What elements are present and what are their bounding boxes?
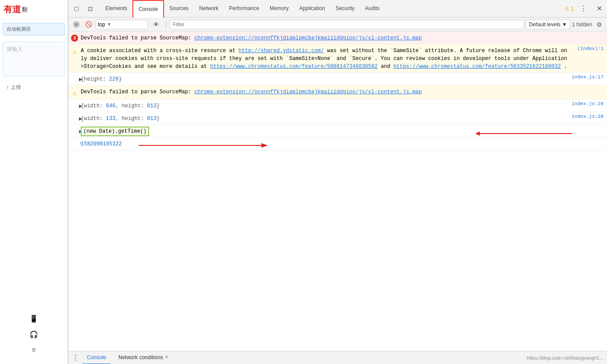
- result-value: 1582098195322: [81, 141, 122, 147]
- console-content-w133: {width: 133, height: 813}: [81, 114, 568, 123]
- logo-suffix: 翻: [22, 6, 28, 14]
- upload-label: 上传: [11, 84, 21, 91]
- warning-icon-sourcemap: ⚠: [68, 87, 81, 97]
- expand-icon-w646[interactable]: ▶: [68, 101, 81, 110]
- context-selector[interactable]: top ▼: [96, 20, 148, 29]
- toolbar-divider: [166, 20, 166, 29]
- expand-icon-height[interactable]: ▶: [68, 74, 81, 83]
- detect-label: 自动检测语: [7, 26, 31, 32]
- warning-badge: ⚠ 1: [564, 6, 574, 12]
- console-settings-button[interactable]: ⚙: [594, 19, 604, 30]
- console-content-input[interactable]: (new Date).getTime(): [81, 127, 603, 135]
- app-detect-bar[interactable]: 自动检测语: [3, 23, 65, 35]
- console-location-w646[interactable]: index.js:28: [568, 101, 603, 106]
- console-location-cookie[interactable]: (index):1: [568, 46, 603, 51]
- toolbar-right-controls: 1 hidden ⚙: [572, 19, 604, 30]
- console-input-highlighted[interactable]: (new Date).getTime(): [81, 127, 149, 136]
- list-icon[interactable]: ≡: [29, 345, 39, 355]
- tab-console[interactable]: Console: [132, 0, 164, 18]
- log-levels-button[interactable]: Default levels ▼: [526, 20, 570, 29]
- tab-elements[interactable]: Elements: [100, 0, 132, 18]
- devtools-close-button[interactable]: ✕: [593, 3, 605, 15]
- log-levels-arrow: ▼: [562, 21, 567, 28]
- devtools-tab-right-controls: ⚠ 1 ⋮ ✕: [564, 3, 605, 15]
- console-row-width133: ▶ {width: 133, height: 813} index.js:28: [68, 112, 607, 125]
- app-logo: 有道 翻: [0, 0, 68, 19]
- ydstatic-link[interactable]: http://shared.ydstatic.com/: [239, 48, 324, 54]
- chromestatus-link-1[interactable]: https://www.chromestatus.com/feature/508…: [210, 64, 378, 70]
- console-row-width646: ▶ {width: 646, height: 813} index.js:28: [68, 99, 607, 112]
- console-content-sourcemap: DevTools failed to parse SourceMap: chro…: [81, 87, 603, 96]
- app-sidebar: 有道 翻 自动检测语 请输入 ↑ 上传 📱 🎧 ≡: [0, 0, 68, 364]
- console-location-height[interactable]: index.js:17: [568, 74, 603, 80]
- logo-chinese: 有道: [4, 4, 21, 15]
- headphone-icon[interactable]: 🎧: [29, 329, 39, 339]
- bottom-tab-network-conditions[interactable]: Network conditions ✕: [114, 351, 173, 364]
- context-selector-value: top: [98, 21, 105, 28]
- expand-icon-w133[interactable]: ▶: [68, 114, 81, 122]
- log-levels-label: Default levels: [529, 21, 561, 28]
- console-content-height: {height: 226}: [81, 74, 568, 83]
- devtools-menu-button[interactable]: ⋮: [577, 3, 589, 15]
- svg-rect-1: [75, 23, 78, 26]
- console-output[interactable]: 3 DevTools failed to parse SourceMap: ch…: [68, 32, 607, 351]
- bottom-tab-console-label: Console: [87, 354, 106, 360]
- warning-triangle-icon: ⚠: [564, 6, 569, 12]
- console-location-w133[interactable]: index.js:28: [568, 114, 603, 119]
- chromestatus-link-2[interactable]: https://www.chromestatus.com/feature/563…: [393, 64, 561, 70]
- console-row-warning-sourcemap: ⚠ DevTools failed to parse SourceMap: ch…: [68, 85, 607, 99]
- result-chevron-icon: ‹: [68, 139, 81, 147]
- app-icons-bottom: 📱 🎧 ≡: [0, 308, 68, 364]
- console-row-error-1: 3 DevTools failed to parse SourceMap: ch…: [68, 32, 607, 44]
- sourcemap-link-2[interactable]: chrome-extension://ncennffkjdiamlpmcbajk…: [194, 89, 421, 95]
- eye-button[interactable]: 👁: [150, 19, 162, 30]
- stop-recording-button[interactable]: [71, 19, 82, 30]
- bottom-tab-network-label: Network conditions: [118, 354, 163, 360]
- upload-icon: ↑: [6, 85, 9, 91]
- console-row-height: ▶ {height: 226} index.js:17: [68, 73, 607, 85]
- console-content-w646: {width: 646, height: 813}: [81, 101, 568, 110]
- devtools-tab-bar: ⬡ ⊡ Elements Console Sources Network Per…: [68, 0, 607, 18]
- tab-performance[interactable]: Performance: [224, 0, 264, 18]
- inspect-icon-button[interactable]: ⬡: [70, 3, 82, 15]
- tab-application[interactable]: Application: [294, 0, 330, 18]
- tab-network[interactable]: Network: [194, 0, 224, 18]
- devtools-toolbar: 🚫 top ▼ 👁 Default levels ▼ 1 hidden ⚙: [68, 18, 607, 32]
- context-selector-arrow: ▼: [107, 22, 111, 27]
- console-row-warning-cookie: ⚠ A cookie associated with a cross-site …: [68, 44, 607, 73]
- bottom-dots-button[interactable]: ⋮: [72, 353, 79, 362]
- devtools-bottom-bar: ⋮ Console Network conditions ✕ https://b…: [68, 351, 607, 364]
- clear-console-button[interactable]: 🚫: [83, 19, 94, 30]
- tab-memory[interactable]: Memory: [264, 0, 294, 18]
- bottom-url: https://blog.csdn.net/lijiangyangri1...: [527, 355, 603, 360]
- console-row-result: ‹ 1582098195322: [68, 138, 607, 150]
- tab-audits[interactable]: Audits: [360, 0, 385, 18]
- devtools-icon-buttons: ⬡ ⊡: [70, 3, 96, 15]
- devtools-panel: ⬡ ⊡ Elements Console Sources Network Per…: [68, 0, 607, 364]
- filter-input[interactable]: [170, 20, 524, 29]
- tab-security[interactable]: Security: [330, 0, 360, 18]
- upload-button[interactable]: ↑ 上传: [3, 82, 65, 93]
- tab-sources[interactable]: Sources: [164, 0, 194, 18]
- console-content-result: 1582098195322: [81, 139, 603, 148]
- warning-count: 1: [571, 6, 574, 12]
- input-placeholder: 请输入: [7, 46, 22, 52]
- mobile-icon[interactable]: 📱: [29, 313, 39, 324]
- bottom-tab-console[interactable]: Console: [82, 351, 111, 364]
- console-row-input: ▶ (new Date).getTime(): [68, 125, 607, 138]
- device-icon-button[interactable]: ⊡: [84, 3, 96, 15]
- warning-icon-cookie: ⚠: [68, 46, 81, 56]
- sourcemap-link-1[interactable]: chrome-extension://ncennffkjdiamlpmcbajk…: [194, 35, 421, 41]
- bottom-tab-close-icon[interactable]: ✕: [164, 354, 168, 360]
- error-icon-1: 3: [68, 33, 81, 42]
- hidden-count: 1 hidden: [572, 21, 592, 28]
- console-content-error-1: DevTools failed to parse SourceMap: chro…: [81, 33, 603, 42]
- console-content-cookie: A cookie associated with a cross-site re…: [81, 46, 568, 71]
- app-input-area[interactable]: 请输入: [3, 42, 65, 77]
- input-arrow-icon: ▶: [68, 127, 81, 135]
